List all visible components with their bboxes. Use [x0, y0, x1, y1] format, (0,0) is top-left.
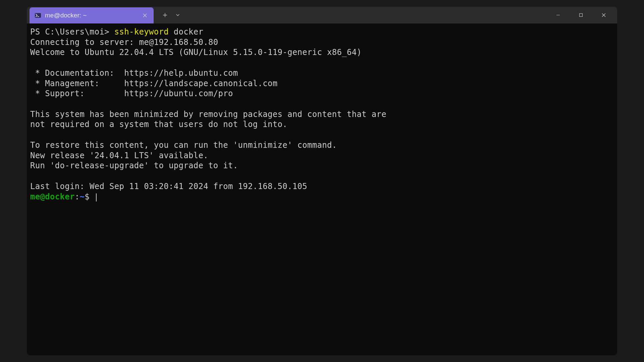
tab-dropdown-button[interactable] — [172, 10, 183, 20]
prompt-dollar: $ — [85, 192, 95, 201]
title-bar: me@docker: ~ — [27, 7, 617, 23]
svg-rect-0 — [35, 13, 41, 18]
terminal-line: Welcome to Ubuntu 22.04.4 LTS (GNU/Linux… — [30, 47, 614, 58]
terminal-line: To restore this content, you can run the… — [30, 140, 614, 150]
maximize-button[interactable] — [574, 10, 588, 20]
command-arg: docker — [169, 27, 203, 37]
terminal-line: PS C:\Users\moi> ssh-keyword docker — [30, 27, 614, 37]
terminal-line: * Support: https://ubuntu.com/pro — [30, 88, 614, 99]
terminal-line: Last login: Wed Sep 11 03:20:41 2024 fro… — [30, 181, 614, 192]
tab-close-button[interactable] — [141, 11, 149, 19]
cursor — [96, 193, 97, 201]
tab-title: me@docker: ~ — [45, 12, 138, 19]
window-controls — [551, 10, 614, 20]
terminal-line: not required on a system that users do n… — [30, 119, 614, 130]
new-tab-button[interactable] — [160, 10, 170, 20]
tab-active[interactable]: me@docker: ~ — [30, 7, 154, 23]
command-name: ssh-keyword — [114, 27, 169, 37]
minimize-button[interactable] — [551, 10, 565, 20]
close-window-button[interactable] — [597, 10, 610, 20]
terminal-window: me@docker: ~ — [27, 7, 617, 355]
powershell-icon — [34, 12, 42, 19]
svg-rect-7 — [580, 14, 583, 17]
ps-prompt: PS C:\Users\moi> — [30, 27, 114, 37]
prompt-userhost: me@docker — [30, 192, 75, 201]
terminal-line — [30, 171, 614, 181]
terminal-line — [30, 130, 614, 140]
terminal-line — [30, 58, 614, 68]
terminal-line: New release '24.04.1 LTS' available. — [30, 150, 614, 161]
prompt-path: ~ — [80, 192, 85, 201]
terminal-line — [30, 99, 614, 109]
terminal-body[interactable]: PS C:\Users\moi> ssh-keyword dockerConne… — [27, 23, 617, 355]
terminal-line: Connecting to server: me@192.168.50.80 — [30, 37, 614, 48]
title-bar-left: me@docker: ~ — [27, 7, 183, 23]
tab-actions — [160, 10, 183, 20]
terminal-line: * Management: https://landscape.canonica… — [30, 78, 614, 89]
terminal-prompt-line: me@docker:~$ — [30, 192, 614, 202]
terminal-line: * Documentation: https://help.ubuntu.com — [30, 68, 614, 78]
terminal-line: Run 'do-release-upgrade' to upgrade to i… — [30, 161, 614, 171]
terminal-line: This system has been minimized by removi… — [30, 109, 614, 120]
prompt-colon: : — [75, 192, 80, 201]
